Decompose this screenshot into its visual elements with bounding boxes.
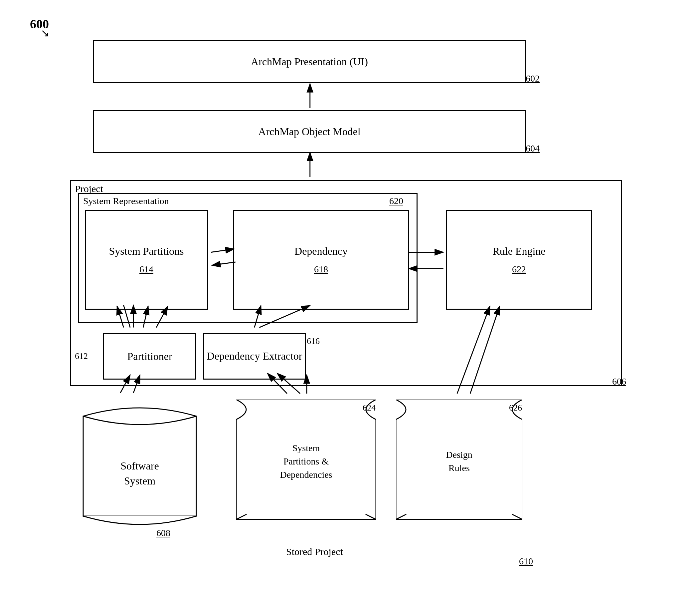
dependency-ref: 618 <box>314 264 328 275</box>
software-system-ref: 608 <box>156 528 170 538</box>
archmap-ui-ref: 602 <box>526 73 540 84</box>
rule-engine-ref: 622 <box>512 264 526 275</box>
dep-extractor-box: Dependency Extractor <box>203 333 306 380</box>
dependency-label: Dependency <box>295 245 348 257</box>
svg-text:Dependencies: Dependencies <box>280 470 332 480</box>
system-rep-label: System Representation <box>83 196 169 207</box>
system-rep-ref: 620 <box>389 196 403 207</box>
software-system-shape: Software System <box>77 400 203 533</box>
svg-text:Partitions &: Partitions & <box>283 456 329 466</box>
partitioner-ref-label: 612 <box>75 351 88 361</box>
design-rules-ref-num: 626 <box>509 403 522 413</box>
dependency-box: Dependency 618 <box>233 210 409 310</box>
project-label: Project <box>75 183 103 194</box>
svg-text:Software: Software <box>120 460 159 472</box>
dep-extractor-ref-label: 616 <box>307 336 320 346</box>
archmap-om-label: ArchMap Object Model <box>258 125 360 138</box>
svg-text:Design: Design <box>446 450 472 460</box>
sys-part-dep-ref-num: 624 <box>362 403 376 413</box>
archmap-om-box: ArchMap Object Model <box>93 110 526 153</box>
stored-project-ref: 610 <box>519 556 533 567</box>
diagram-container: 600 ↘ ArchMap Presentation (UI) 602 Arch… <box>27 13 659 586</box>
archmap-ui-label: ArchMap Presentation (UI) <box>251 55 368 68</box>
rule-engine-label: Rule Engine <box>492 245 545 257</box>
sys-part-dep-shape: System Partitions & Dependencies <box>236 400 376 539</box>
project-outer-ref: 606 <box>612 376 626 387</box>
partitioner-box: Partitioner <box>103 333 196 380</box>
figure-bracket: ↘ <box>41 27 50 39</box>
rule-engine-box: Rule Engine 622 <box>446 210 592 310</box>
partitioner-label: Partitioner <box>127 350 172 363</box>
svg-text:Rules: Rules <box>448 463 470 473</box>
archmap-om-ref: 604 <box>526 143 540 154</box>
svg-text:System: System <box>293 443 320 453</box>
dep-extractor-label: Dependency Extractor <box>207 350 302 362</box>
svg-text:System: System <box>124 475 155 487</box>
archmap-ui-box: ArchMap Presentation (UI) <box>93 40 526 83</box>
system-partitions-ref: 614 <box>140 264 153 275</box>
design-rules-shape: Design Rules <box>396 400 522 539</box>
system-partitions-box: System Partitions 614 <box>85 210 208 310</box>
system-partitions-label: System Partitions <box>109 245 184 257</box>
stored-project-label: Stored Project <box>286 546 343 557</box>
